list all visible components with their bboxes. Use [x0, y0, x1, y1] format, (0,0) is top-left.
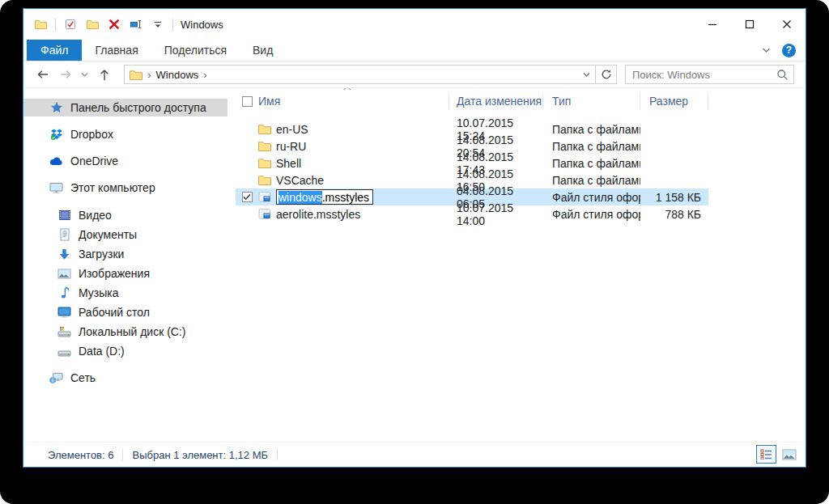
folder-icon: [130, 70, 142, 80]
properties-check-icon: [65, 19, 76, 30]
file-size: 788 КБ: [640, 208, 708, 221]
close-icon: [782, 19, 792, 29]
sidebar-item-onedrive[interactable]: OneDrive: [23, 152, 227, 170]
recent-locations-button[interactable]: [78, 65, 92, 84]
qat-folder-button[interactable]: [33, 17, 48, 32]
sidebar-item-quick-access[interactable]: Панель быстрого доступа: [23, 99, 227, 116]
search-box: [625, 65, 794, 84]
row-checkbox-checked[interactable]: [242, 192, 253, 202]
sidebar-item-label: Рабочий стол: [79, 306, 150, 319]
column-header-name[interactable]: Имя: [258, 93, 449, 109]
details-view-button[interactable]: [756, 445, 776, 464]
select-all-checkbox[interactable]: [242, 96, 253, 107]
quick-access-toolbar: [23, 17, 173, 32]
status-item-count: Элементов: 6: [48, 449, 113, 461]
breadcrumb-separator[interactable]: ›: [203, 69, 206, 81]
network-icon: [49, 372, 63, 384]
tab-share[interactable]: Поделиться: [151, 40, 240, 61]
sidebar-item-music[interactable]: Музыка: [23, 283, 227, 303]
check-icon: [243, 193, 251, 201]
file-type: Папка с файлами: [543, 140, 640, 153]
file-size: 1 158 КБ: [640, 191, 708, 204]
folder-icon: [258, 158, 271, 168]
file-type: Файл стиля офор...: [543, 208, 640, 221]
file-name: VSCache: [276, 174, 324, 187]
up-arrow-icon: [98, 68, 111, 82]
address-bar[interactable]: › Windows ›: [124, 65, 617, 84]
thumbnails-view-button[interactable]: [779, 445, 799, 464]
close-button[interactable]: [768, 9, 806, 40]
toolbar-separator: [172, 19, 173, 31]
column-header-type[interactable]: Тип: [543, 93, 640, 109]
sidebar-item-downloads[interactable]: Загрузки: [23, 244, 227, 264]
downloads-arrow-icon: [57, 248, 71, 260]
address-dropdown-button[interactable]: [577, 66, 595, 83]
qat-rename-button[interactable]: [129, 17, 143, 32]
search-input[interactable]: [631, 68, 776, 82]
breadcrumb-separator[interactable]: ›: [147, 69, 151, 81]
minimize-button[interactable]: [694, 9, 731, 40]
column-header-label: Имя: [258, 95, 280, 108]
folder-icon: [35, 19, 47, 29]
forward-button[interactable]: [56, 65, 77, 84]
tab-view[interactable]: Вид: [240, 40, 286, 61]
sidebar-item-this-pc[interactable]: Этот компьютер: [23, 179, 227, 197]
refresh-icon: [601, 69, 612, 80]
new-folder-icon: [87, 19, 99, 29]
system-drive-icon: [57, 326, 71, 337]
rename-rest-text: .msstyles: [322, 191, 369, 204]
navigation-toolbar: › Windows ›: [23, 61, 806, 88]
tab-home[interactable]: Главная: [82, 40, 151, 61]
qat-delete-button[interactable]: [107, 17, 121, 32]
sidebar-item-label: Панель быстрого доступа: [70, 101, 206, 114]
title-bar: Windows: [23, 9, 806, 40]
refresh-button[interactable]: [595, 66, 616, 83]
file-name: aerolite.msstyles: [276, 208, 360, 221]
file-type: Папка с файлами: [543, 157, 640, 170]
sidebar-item-videos[interactable]: Видео: [23, 205, 227, 225]
sidebar-item-pictures[interactable]: Изображения: [23, 264, 227, 283]
ribbon-expand-button[interactable]: [762, 47, 771, 53]
sort-ascending-icon: [343, 88, 351, 91]
search-icon: [776, 69, 789, 81]
dropdown-menu-icon: [153, 19, 163, 29]
ribbon-tabs: Файл Главная Поделиться Вид ?: [23, 40, 806, 61]
sidebar-item-label: Локальный диск (C:): [79, 325, 186, 338]
drive-icon: [57, 345, 71, 357]
file-name: Shell: [276, 157, 301, 170]
up-button[interactable]: [94, 65, 117, 84]
computer-icon: [49, 182, 63, 194]
file-row-aerolite-msstyles[interactable]: aerolite.msstyles 10.07.2015 14:00 Файл …: [236, 205, 708, 222]
status-bar: Элементов: 6 Выбран 1 элемент: 1,12 МБ: [23, 442, 806, 467]
file-date: 10.07.2015 14:00: [449, 201, 543, 227]
column-header-date[interactable]: Дата изменения: [449, 93, 543, 109]
sidebar-item-documents[interactable]: Документы: [23, 225, 227, 244]
file-list: Имя Дата изменения Тип Размер en-US 10.0…: [236, 88, 806, 442]
details-view-icon: [760, 449, 772, 460]
column-header-size[interactable]: Размер: [640, 93, 708, 109]
file-type: Папка с файлами: [543, 123, 640, 136]
sidebar-item-label: Музыка: [79, 286, 119, 299]
qat-new-folder-button[interactable]: [85, 17, 100, 32]
sidebar-item-label: Загрузки: [79, 248, 124, 260]
sidebar-item-label: Видео: [79, 209, 112, 222]
window-title: Windows: [181, 19, 223, 31]
main-area: Панель быстрого доступа Dropbox OneDrive…: [23, 88, 806, 442]
folder-icon: [258, 175, 271, 185]
sidebar-item-data-d[interactable]: Data (D:): [23, 341, 227, 361]
back-button[interactable]: [32, 65, 54, 84]
breadcrumb-item-windows[interactable]: Windows: [156, 69, 199, 81]
sidebar-item-label: Документы: [79, 228, 137, 241]
qat-customize-button[interactable]: [151, 17, 165, 32]
pictures-icon: [57, 269, 71, 279]
sidebar-item-dropbox[interactable]: Dropbox: [23, 125, 227, 143]
qat-properties-button[interactable]: [63, 17, 78, 32]
sidebar-item-local-disk-c[interactable]: Локальный диск (C:): [23, 322, 227, 341]
maximize-button[interactable]: [731, 9, 768, 40]
sidebar-item-network[interactable]: Сеть: [23, 369, 227, 387]
videos-icon: [57, 210, 71, 221]
sidebar-item-desktop[interactable]: Рабочий стол: [23, 303, 227, 322]
rename-input[interactable]: windows.msstyles: [276, 189, 373, 205]
help-button[interactable]: ?: [782, 44, 796, 57]
tab-file[interactable]: Файл: [27, 40, 82, 61]
